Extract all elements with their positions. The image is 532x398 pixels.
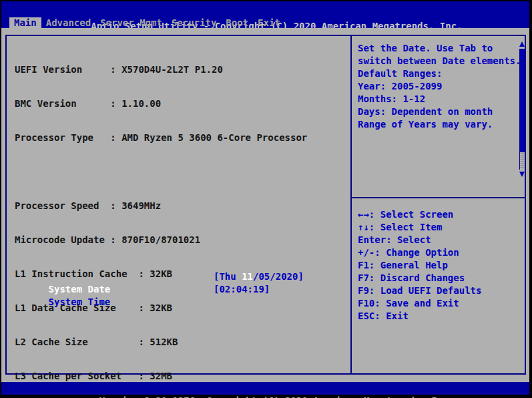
help-scrollbar[interactable] <box>519 41 525 177</box>
tab-server-mgmt[interactable]: Server Mgmt <box>95 17 167 28</box>
info-line-l2-cache: L2 Cache Size : 512KB <box>15 336 307 349</box>
info-line-processor-speed: Processor Speed : 3649MHz <box>15 200 307 212</box>
system-date-value[interactable]: [Thu 11/05/2020] <box>214 270 304 283</box>
scroll-down-arrow-icon[interactable] <box>519 172 525 177</box>
help-panel-divider <box>352 197 525 198</box>
hotkey-select-item: ↑↓: Select Item <box>358 221 522 234</box>
system-time-label: System Time <box>49 296 111 307</box>
tab-main[interactable]: Main <box>9 17 41 28</box>
scrollbar-thumb[interactable] <box>520 49 525 152</box>
vertical-divider <box>350 35 352 375</box>
help-line: switch between Date elements. <box>358 55 518 67</box>
bios-screen: Aptio Setup Utility - Copyright (C) 2020… <box>1 1 529 395</box>
hotkey-change-option: +/-: Change Option <box>358 246 522 259</box>
info-line-uefi-version: UEFI Version : X570D4U-2L2T P1.20 <box>15 63 307 76</box>
title-bar: Aptio Setup Utility - Copyright (C) 2020… <box>1 1 529 17</box>
hotkey-esc-exit: ESC: Exit <box>358 310 522 323</box>
help-line: Default Ranges: <box>358 67 518 80</box>
hotkey-enter-select: Enter: Select <box>358 234 522 246</box>
hotkey-select-screen: ←→: Select Screen <box>358 208 522 221</box>
help-line: Months: 1-12 <box>358 93 518 106</box>
hotkey-legend: ←→: Select Screen ↑↓: Select Item Enter:… <box>358 208 522 323</box>
hotkey-f10-save-exit: F10: Save and Exit <box>358 297 522 310</box>
hotkey-f7-discard-changes: F7: Discard Changes <box>358 272 522 284</box>
help-description: Set the Date. Use Tab to switch between … <box>358 42 518 131</box>
system-date-row[interactable]: System Date [Thu 11/05/2020] <box>15 270 348 283</box>
system-time-value[interactable]: [02:04:19] <box>214 283 270 296</box>
hotkey-f9-load-defaults: F9: Load UEFI Defaults <box>358 284 522 297</box>
info-line-blank <box>15 166 307 178</box>
info-line-microcode-update: Microcode Update : 870F10/8701021 <box>15 234 307 246</box>
help-line: Days: Dependent on month <box>358 106 518 118</box>
info-line-bmc-version: BMC Version : 1.10.00 <box>15 97 307 110</box>
system-date-value-suffix: /05/2020] <box>253 271 304 282</box>
tab-advanced[interactable]: Advanced <box>41 17 95 28</box>
info-line-processor-type: Processor Type : AMD Ryzen 5 3600 6-Core… <box>15 132 307 144</box>
help-line: Year: 2005-2099 <box>358 80 518 93</box>
content-area: UEFI Version : X570D4U-2L2T P1.20 BMC Ve… <box>1 28 529 382</box>
system-date-month-selected[interactable]: 11 <box>242 271 253 282</box>
info-line-l3-cache: L3 Cache per Socket : 32MB <box>15 370 307 383</box>
tab-security[interactable]: Security <box>167 17 221 28</box>
help-line: Range of Years may vary. <box>358 118 518 131</box>
system-info-list: UEFI Version : X570D4U-2L2T P1.20 BMC Ve… <box>15 42 307 398</box>
scrollbar-track[interactable] <box>519 49 525 170</box>
hotkey-f1-general-help: F1: General Help <box>358 259 522 272</box>
scrollbar-track-texture <box>520 152 525 168</box>
help-line: Set the Date. Use Tab to <box>358 42 518 55</box>
scroll-up-arrow-icon[interactable] <box>519 41 525 47</box>
system-time-row[interactable]: System Time [02:04:19] <box>15 283 348 296</box>
tab-exit[interactable]: Exit <box>253 17 285 28</box>
tab-boot[interactable]: Boot <box>221 17 253 28</box>
system-date-value-prefix: [Thu <box>214 271 242 282</box>
